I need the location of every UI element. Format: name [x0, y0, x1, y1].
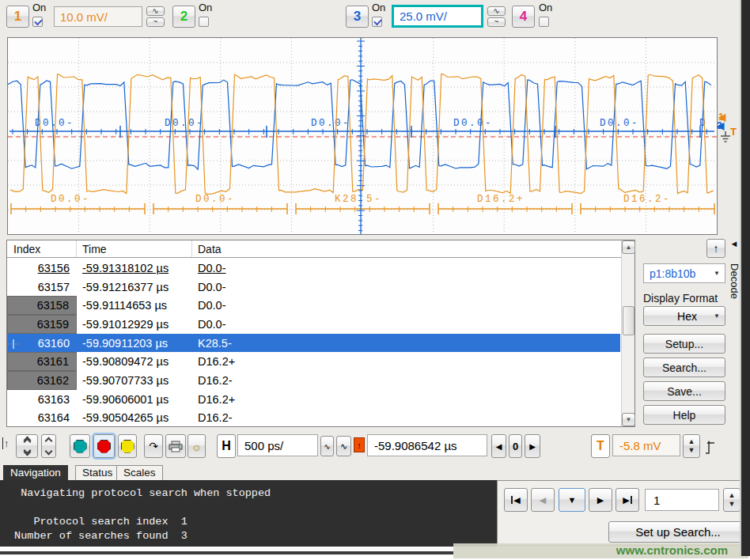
column-header-time[interactable]: Time — [77, 240, 192, 257]
decode-source-dropdown[interactable]: p1:8b10b ▼ — [643, 263, 725, 283]
go-next-button[interactable]: ▶ — [589, 488, 612, 512]
search-button-label: Search... — [662, 361, 706, 374]
column-header-data[interactable]: Data — [192, 240, 634, 257]
trigger-menu-button[interactable]: T — [591, 434, 610, 458]
channel-4-on-checkbox[interactable] — [539, 17, 549, 27]
search-index-input[interactable] — [645, 489, 719, 511]
channel-1-on-checkbox[interactable] — [32, 17, 43, 27]
tab-status-label: Status — [82, 467, 112, 479]
position-left-button[interactable]: ◀ — [491, 434, 506, 458]
scroll-up-icon[interactable]: ▲ — [622, 240, 635, 254]
position-zero-button[interactable]: 0 — [509, 434, 522, 458]
svg-text:D0.0-: D0.0- — [311, 118, 350, 129]
svg-text:D0.0-: D0.0- — [35, 118, 74, 129]
scale-coarse-icon[interactable]: ∿ — [487, 6, 506, 16]
column-header-index[interactable]: Index — [7, 240, 77, 257]
channel-1-button[interactable]: 1 — [6, 6, 29, 28]
scrollbar-thumb[interactable] — [623, 306, 634, 335]
display-format-label: Display Format — [643, 292, 718, 305]
spinner-up-icon: ▲ — [729, 492, 736, 499]
trigger-slope-icon[interactable] — [703, 437, 718, 456]
coarse-adjust-spinner[interactable] — [41, 434, 56, 458]
collapse-panel-button[interactable]: ↑ — [706, 239, 725, 258]
setup-button[interactable]: Setup... — [643, 334, 725, 354]
tab-scales[interactable]: Scales — [116, 465, 163, 480]
channel-3-scale-steppers: ∿ ~ — [487, 6, 506, 27]
table-scrollbar[interactable]: ▲ ▼ — [621, 240, 634, 426]
tab-navigation[interactable]: Navigation — [3, 465, 68, 481]
go-first-button[interactable]: ◀ — [504, 488, 528, 512]
search-button[interactable]: Search... — [643, 358, 725, 377]
set-up-search-button[interactable]: Set up Search... — [608, 521, 748, 543]
brightness-button[interactable]: ☼ — [188, 434, 206, 458]
cell-data: D16.2- — [198, 374, 233, 387]
channel-4-button[interactable]: 4 — [512, 6, 535, 28]
position-right-button[interactable]: ▶ — [525, 434, 540, 458]
waveform-display[interactable]: D0.0-D0.0-D0.0-D0.0-D0.0-DD0.0-D0.0-K28.… — [7, 37, 718, 235]
channel-3-on-checkbox[interactable] — [372, 17, 382, 27]
spinner-up-icon: ▲ — [688, 438, 695, 445]
cell-time: -59.90504265 µs — [82, 411, 169, 424]
table-row[interactable]: 63159-59.91012929 µsD0.0- — [7, 315, 620, 334]
horizontal-menu-button[interactable]: H — [217, 434, 236, 458]
stop-button[interactable] — [93, 434, 115, 458]
cell-index: 63156 — [38, 262, 70, 274]
table-row[interactable]: 63156-59.91318102 µsD0.0- — [7, 259, 620, 278]
table-row[interactable]: 63160-59.90911203 µsK28.5- — [7, 334, 620, 353]
channel-2-on-checkbox[interactable] — [199, 17, 209, 27]
tab-navigation-label: Navigation — [10, 467, 61, 479]
trigger-level-spinner[interactable]: ▲ ▼ — [683, 434, 700, 458]
channel-3-scale-input[interactable] — [392, 5, 483, 28]
trigger-label: T — [597, 439, 604, 453]
watermark-text: www.cntronics.com — [453, 543, 748, 558]
cell-data: D0.0- — [198, 262, 225, 274]
table-row[interactable]: 63161-59.90809472 µsD16.2+ — [7, 352, 620, 371]
display-format-dropdown[interactable]: Hex ▼ — [643, 306, 725, 326]
channel-2-on-group: On — [199, 2, 219, 27]
svg-text:D0.0-: D0.0- — [195, 194, 235, 205]
table-row[interactable]: 63162-59.90707733 µsD16.2- — [7, 371, 620, 390]
horizontal-position-input[interactable] — [367, 434, 487, 456]
printer-icon — [169, 441, 183, 452]
run-icon — [74, 440, 87, 453]
print-button[interactable] — [165, 434, 186, 458]
scroll-down-icon[interactable]: ▼ — [622, 413, 635, 426]
table-row[interactable]: 63157-59.91216377 µsD0.0- — [7, 278, 620, 297]
ground-icon — [720, 131, 731, 144]
spinner-down-icon: ▼ — [729, 501, 736, 508]
channel-1-on-label: On — [32, 2, 53, 13]
go-previous-button[interactable]: ◀ — [531, 488, 555, 512]
touch-icon: ↷ — [149, 440, 158, 452]
save-button[interactable]: Save... — [643, 381, 725, 401]
sine-icon: ∿ — [340, 441, 347, 452]
run-button[interactable] — [70, 434, 90, 458]
channel-3-button[interactable]: 3 — [346, 6, 369, 28]
timebase-input[interactable] — [237, 434, 318, 456]
search-index-spinner[interactable]: ▲ ▼ — [723, 488, 741, 512]
timebase-fine-button[interactable]: ∿ — [320, 436, 334, 456]
channel-3-on-group: On — [372, 2, 392, 27]
go-last-button[interactable]: ▶ — [616, 488, 639, 512]
channel-1-scale-input[interactable] — [54, 6, 142, 27]
channel-2-on-label: On — [199, 2, 219, 13]
tab-status[interactable]: Status — [75, 465, 119, 480]
help-button-label: Help — [673, 409, 696, 422]
table-row[interactable]: 63163-59.90606001 µsD16.2+ — [7, 390, 620, 409]
table-row[interactable]: 63164-59.90504265 µsD16.2- — [7, 409, 620, 427]
scale-coarse-icon[interactable]: ∿ — [146, 6, 165, 16]
trigger-position-icon[interactable]: ↑ — [354, 437, 365, 452]
single-button[interactable] — [118, 434, 137, 458]
trigger-level-input[interactable] — [612, 434, 680, 456]
fine-adjust-spinner[interactable] — [16, 434, 38, 458]
timebase-coarse-button[interactable]: ∿ — [336, 436, 351, 456]
tilde-icon: ~ — [153, 18, 158, 26]
channel-4-on-label: On — [539, 2, 559, 13]
touch-button[interactable]: ↷ — [144, 434, 163, 458]
table-row[interactable]: 63158-59.91114653 µsD0.0- — [7, 296, 620, 315]
help-button[interactable]: Help — [643, 405, 725, 425]
navigation-mode-dropdown[interactable]: ▼ — [559, 488, 585, 512]
horizontal-toolbar: ↑ ↷ ☼ H ∿ ∿ ↑ — [0, 431, 741, 463]
scale-fine-icon[interactable]: ~ — [487, 17, 506, 27]
channel-2-button[interactable]: 2 — [172, 6, 195, 28]
scale-fine-icon[interactable]: ~ — [146, 17, 165, 27]
